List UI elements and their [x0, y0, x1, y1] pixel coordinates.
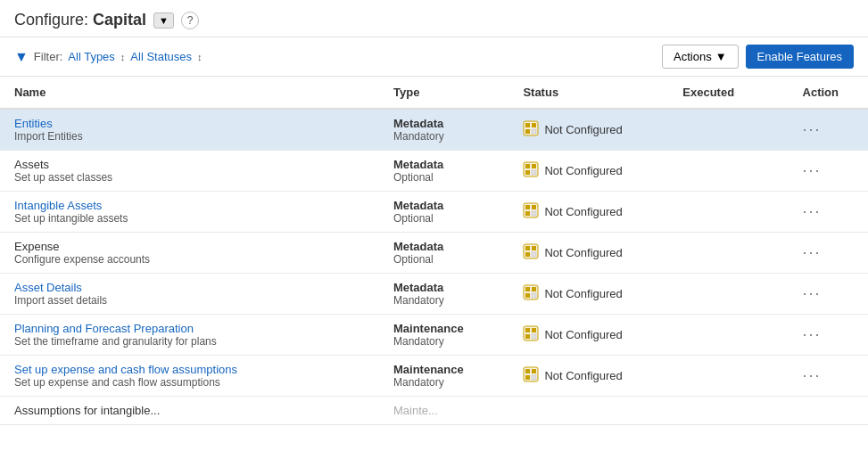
filter-type-reset-icon[interactable]: ↕ [120, 52, 126, 62]
col-header-name: Name [0, 77, 379, 109]
row-executed [668, 356, 788, 397]
svg-rect-11 [525, 205, 530, 209]
header: Configure: Capital ▼ ? [0, 0, 868, 37]
row-type: MetadataOptional [379, 233, 508, 274]
status-text: Not Configured [544, 369, 622, 382]
filter-status-value[interactable]: All Statuses [130, 50, 192, 63]
svg-rect-7 [532, 164, 536, 168]
svg-rect-8 [525, 170, 530, 175]
action-dots-button[interactable]: ··· [803, 243, 822, 261]
row-action[interactable]: ··· [789, 109, 868, 151]
row-action[interactable]: ··· [789, 315, 868, 356]
svg-rect-24 [532, 293, 536, 298]
row-status: Not Configured [508, 233, 668, 274]
svg-rect-18 [525, 252, 530, 257]
row-name-primary: Expense [14, 240, 365, 253]
filter-label: Filter: [34, 50, 63, 63]
filter-status-reset-icon[interactable]: ↕ [197, 52, 203, 62]
page-title: Configure: Capital [14, 11, 146, 29]
svg-rect-14 [532, 211, 536, 216]
row-name-secondary: Set up asset classes [14, 171, 365, 184]
svg-rect-9 [532, 170, 536, 175]
action-dots-button[interactable]: ··· [803, 325, 822, 343]
svg-rect-16 [525, 246, 530, 250]
row-action[interactable]: ··· [789, 356, 868, 397]
col-header-executed: Executed [668, 77, 788, 109]
row-type: MetadataMandatory [379, 274, 508, 315]
row-name-secondary: Set up expense and cash flow assumptions [14, 376, 365, 389]
row-action[interactable]: ··· [789, 274, 868, 315]
svg-rect-31 [525, 369, 530, 373]
main-table: Name Type Status Executed Action Entitie… [0, 77, 868, 425]
row-name-secondary: Import asset details [14, 294, 365, 307]
toolbar-right: Actions ▼ Enable Features [662, 45, 854, 69]
table-row: Intangible AssetsSet up intangible asset… [0, 192, 868, 233]
not-configured-icon [523, 161, 539, 180]
row-name-secondary: Set the timeframe and granularity for pl… [14, 335, 365, 348]
not-configured-icon [523, 284, 539, 303]
svg-rect-23 [525, 293, 530, 298]
row-type: Mainte... [379, 397, 508, 425]
status-text: Not Configured [544, 205, 622, 218]
svg-rect-3 [525, 129, 530, 134]
row-name-primary[interactable]: Intangible Assets [14, 199, 365, 212]
row-action[interactable]: ··· [789, 233, 868, 274]
row-type: MaintenanceMandatory [379, 356, 508, 397]
row-type: MaintenanceMandatory [379, 315, 508, 356]
row-name-secondary: Configure expense accounts [14, 253, 365, 266]
row-name-primary[interactable]: Entities [14, 117, 365, 130]
title-dropdown-button[interactable]: ▼ [153, 12, 174, 29]
row-status: Not Configured [508, 151, 668, 192]
svg-rect-6 [525, 164, 530, 168]
table-header-row: Name Type Status Executed Action [0, 77, 868, 109]
svg-rect-19 [532, 252, 536, 257]
row-name-primary[interactable]: Asset Details [14, 281, 365, 294]
row-action[interactable]: ··· [789, 192, 868, 233]
row-action[interactable] [789, 397, 868, 425]
status-text: Not Configured [544, 246, 622, 259]
row-executed [668, 192, 788, 233]
row-status: Not Configured [508, 356, 668, 397]
actions-button[interactable]: Actions ▼ [662, 45, 739, 69]
help-button[interactable]: ? [181, 12, 199, 29]
enable-features-button[interactable]: Enable Features [746, 45, 854, 69]
row-name-secondary: Set up intangible assets [14, 212, 365, 225]
row-status: Not Configured [508, 109, 668, 151]
row-name-primary[interactable]: Planning and Forecast Preparation [14, 322, 365, 335]
status-text: Not Configured [544, 123, 622, 136]
filter-icon: ▼ [14, 49, 29, 65]
action-dots-button[interactable]: ··· [803, 284, 822, 302]
row-status [508, 397, 668, 425]
row-action[interactable]: ··· [789, 151, 868, 192]
not-configured-icon [523, 325, 539, 344]
toolbar-left: ▼ Filter: All Types ↕ All Statuses ↕ [14, 49, 203, 65]
status-text: Not Configured [544, 287, 622, 300]
action-dots-button[interactable]: ··· [803, 366, 822, 384]
table-row: ExpenseConfigure expense accountsMetadat… [0, 233, 868, 274]
col-header-action: Action [789, 77, 868, 109]
svg-rect-1 [525, 123, 530, 127]
row-type: MetadataMandatory [379, 109, 508, 151]
svg-rect-27 [532, 328, 536, 332]
row-name-primary: Assumptions for intangible... [14, 404, 365, 417]
table-row: Assumptions for intangible...Mainte... [0, 397, 868, 425]
row-executed [668, 151, 788, 192]
action-dots-button[interactable]: ··· [803, 120, 822, 138]
row-executed [668, 397, 788, 425]
svg-rect-28 [525, 334, 530, 339]
svg-rect-34 [532, 375, 536, 380]
table-container: Name Type Status Executed Action Entitie… [0, 77, 868, 433]
svg-rect-4 [532, 129, 536, 134]
action-dots-button[interactable]: ··· [803, 202, 822, 220]
row-name-primary[interactable]: Set up expense and cash flow assumptions [14, 363, 365, 376]
not-configured-icon [523, 366, 539, 385]
col-header-type: Type [379, 77, 508, 109]
row-executed [668, 109, 788, 151]
svg-rect-26 [525, 328, 530, 332]
table-row: Planning and Forecast PreparationSet the… [0, 315, 868, 356]
not-configured-icon [523, 202, 539, 221]
svg-rect-2 [532, 123, 536, 127]
action-dots-button[interactable]: ··· [803, 161, 822, 179]
not-configured-icon [523, 243, 539, 262]
filter-type-value[interactable]: All Types [68, 50, 115, 63]
